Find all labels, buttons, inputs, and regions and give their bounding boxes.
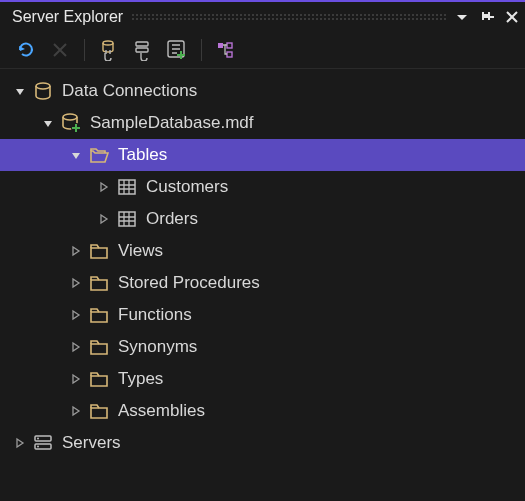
sort-button[interactable] <box>212 36 240 64</box>
connected-services-button[interactable] <box>163 36 191 64</box>
close-icon[interactable] <box>505 10 519 24</box>
node-table-orders[interactable]: Orders <box>0 203 525 235</box>
node-label: Assemblies <box>118 401 205 421</box>
toolbar-separator <box>84 39 85 61</box>
folder-icon <box>88 368 110 390</box>
folder-open-icon <box>88 144 110 166</box>
expander-icon[interactable] <box>96 211 112 227</box>
expander-icon[interactable] <box>12 435 28 451</box>
node-label: Stored Procedures <box>118 273 260 293</box>
node-label: SampleDatabase.mdf <box>90 113 253 133</box>
node-assemblies[interactable]: Assemblies <box>0 395 525 427</box>
folder-icon <box>88 272 110 294</box>
expander-icon[interactable] <box>40 115 56 131</box>
node-data-connections[interactable]: Data Connections <box>0 75 525 107</box>
tree-view[interactable]: Data Connections SampleDatabase.mdf Tabl… <box>0 69 525 465</box>
panel-title: Server Explorer <box>12 8 123 26</box>
node-database[interactable]: SampleDatabase.mdf <box>0 107 525 139</box>
expander-icon[interactable] <box>68 371 84 387</box>
node-types[interactable]: Types <box>0 363 525 395</box>
toolbar <box>0 32 525 69</box>
folder-icon <box>88 400 110 422</box>
node-functions[interactable]: Functions <box>0 299 525 331</box>
expander-icon[interactable] <box>68 403 84 419</box>
refresh-button[interactable] <box>12 36 40 64</box>
expander-icon[interactable] <box>68 147 84 163</box>
folder-icon <box>88 336 110 358</box>
node-label: Functions <box>118 305 192 325</box>
database-plus-icon <box>60 112 82 134</box>
server-explorer-panel: Server Explorer <box>0 0 525 501</box>
node-label: Customers <box>146 177 228 197</box>
expander-icon[interactable] <box>12 83 28 99</box>
node-label: Orders <box>146 209 198 229</box>
node-tables[interactable]: Tables <box>0 139 525 171</box>
expander-icon[interactable] <box>96 179 112 195</box>
table-icon <box>116 208 138 230</box>
node-label: Types <box>118 369 163 389</box>
node-label: Servers <box>62 433 121 453</box>
expander-icon[interactable] <box>68 339 84 355</box>
node-stored-procedures[interactable]: Stored Procedures <box>0 267 525 299</box>
folder-icon <box>88 304 110 326</box>
panel-titlebar: Server Explorer <box>0 2 525 32</box>
expander-icon[interactable] <box>68 307 84 323</box>
toolbar-separator <box>201 39 202 61</box>
node-label: Data Connections <box>62 81 197 101</box>
server-icon <box>32 432 54 454</box>
folder-icon <box>88 240 110 262</box>
window-menu-icon[interactable] <box>455 10 469 24</box>
database-icon <box>32 80 54 102</box>
expander-icon[interactable] <box>68 243 84 259</box>
stop-button <box>46 36 74 64</box>
pin-icon[interactable] <box>479 10 495 24</box>
expander-icon[interactable] <box>68 275 84 291</box>
node-servers[interactable]: Servers <box>0 427 525 459</box>
node-table-customers[interactable]: Customers <box>0 171 525 203</box>
connect-database-button[interactable] <box>95 36 123 64</box>
node-label: Tables <box>118 145 167 165</box>
table-icon <box>116 176 138 198</box>
node-label: Synonyms <box>118 337 197 357</box>
node-label: Views <box>118 241 163 261</box>
titlebar-grip <box>131 13 447 21</box>
node-synonyms[interactable]: Synonyms <box>0 331 525 363</box>
node-views[interactable]: Views <box>0 235 525 267</box>
connect-server-button[interactable] <box>129 36 157 64</box>
